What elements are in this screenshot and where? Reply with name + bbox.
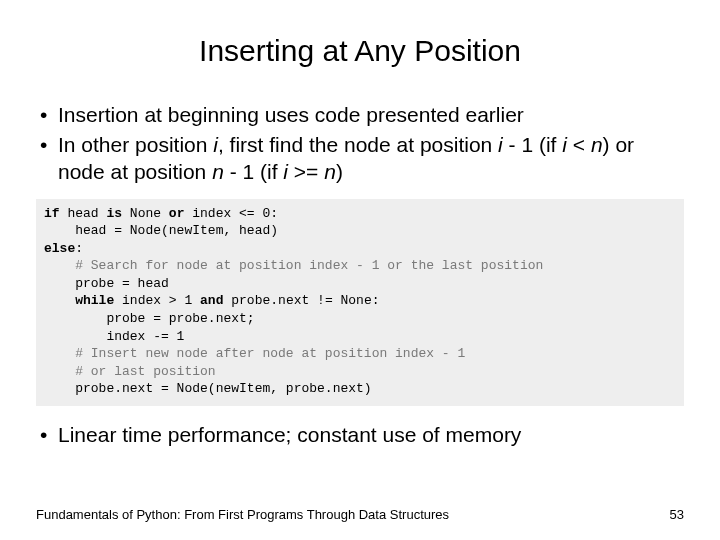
slide-title: Inserting at Any Position <box>36 34 684 68</box>
bullet-2-part-c: - 1 (if <box>503 133 563 156</box>
bullet-list-2: Linear time performance; constant use of… <box>36 422 684 448</box>
code-l6e: probe.next != None: <box>223 293 379 308</box>
code-l6a <box>44 293 75 308</box>
code-l1f: index <= 0: <box>184 206 278 221</box>
kw-and: and <box>200 293 223 308</box>
kw-is: is <box>106 206 122 221</box>
code-l1d: None <box>122 206 169 221</box>
bullet-2-part-d: < <box>567 133 591 156</box>
var-n-2: n <box>212 160 224 183</box>
bullet-2: In other position i, first find the node… <box>36 132 684 185</box>
kw-or: or <box>169 206 185 221</box>
code-l1b: head <box>60 206 107 221</box>
var-n-1: n <box>591 133 603 156</box>
kw-while: while <box>75 293 114 308</box>
bullet-2-part-g: >= <box>288 160 324 183</box>
bullet-2-part-h: ) <box>336 160 343 183</box>
code-l6c: index > 1 <box>114 293 200 308</box>
bullet-3-text: Linear time performance; constant use of… <box>58 423 521 446</box>
var-n-3: n <box>324 160 336 183</box>
footer-book: Fundamentals of Python: From First Progr… <box>36 507 449 522</box>
bullet-1: Insertion at beginning uses code present… <box>36 102 684 128</box>
code-l4: # Search for node at position index - 1 … <box>44 258 543 273</box>
bullet-2-part-a: In other position <box>58 133 213 156</box>
code-l8: index -= 1 <box>44 329 184 344</box>
bullet-list: Insertion at beginning uses code present… <box>36 102 684 185</box>
kw-else: else <box>44 241 75 256</box>
code-l5: probe = head <box>44 276 169 291</box>
kw-if: if <box>44 206 60 221</box>
code-block: if head is None or index <= 0: head = No… <box>36 199 684 406</box>
bullet-2-part-f: - 1 (if <box>224 160 284 183</box>
footer-page: 53 <box>670 507 684 522</box>
code-l9: # Insert new node after node at position… <box>44 346 465 361</box>
code-l10: # or last position <box>44 364 216 379</box>
code-l3b: : <box>75 241 83 256</box>
bullet-1-text: Insertion at beginning uses code present… <box>58 103 524 126</box>
code-l2: head = Node(newItem, head) <box>44 223 278 238</box>
slide: Inserting at Any Position Insertion at b… <box>0 0 720 540</box>
bullet-2-part-b: , first find the node at position <box>218 133 498 156</box>
footer: Fundamentals of Python: From First Progr… <box>36 507 684 522</box>
bullet-3: Linear time performance; constant use of… <box>36 422 684 448</box>
code-l7: probe = probe.next; <box>44 311 255 326</box>
code-l11: probe.next = Node(newItem, probe.next) <box>44 381 372 396</box>
